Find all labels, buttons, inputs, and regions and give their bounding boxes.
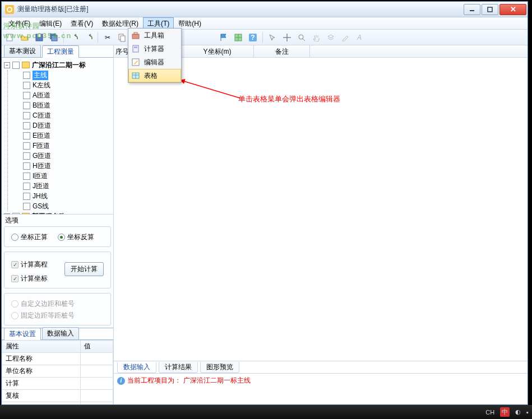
ime-indicator[interactable]: CH bbox=[485, 409, 494, 416]
titlebar: 测量助理路桥版[已注册] ✕ bbox=[2, 2, 528, 17]
tree-root-label[interactable]: 广深沿江二期一标 bbox=[32, 60, 86, 70]
svg-rect-4 bbox=[38, 34, 41, 37]
tree-item[interactable]: I匝道 bbox=[33, 171, 48, 181]
tree-checkbox[interactable] bbox=[23, 72, 30, 79]
tool-save-icon[interactable] bbox=[33, 31, 45, 44]
tree-checkbox[interactable] bbox=[23, 173, 30, 180]
tab-data-input[interactable]: 数据输入 bbox=[42, 327, 79, 339]
tool-saveall-icon[interactable] bbox=[48, 31, 60, 44]
window-title: 测量助理路桥版[已注册] bbox=[17, 4, 462, 14]
tool-help-icon[interactable]: ? bbox=[247, 31, 259, 44]
tool-redo-icon[interactable] bbox=[82, 31, 94, 44]
menu-item-editor[interactable]: 编辑器 bbox=[128, 55, 181, 69]
tab-basic-setting[interactable]: 基本设置 bbox=[4, 328, 41, 340]
tree-checkbox[interactable] bbox=[23, 122, 30, 129]
tree-item[interactable]: H匝道 bbox=[33, 161, 51, 171]
svg-rect-2 bbox=[7, 34, 12, 41]
radio-coord-backward[interactable]: 坐标反算 bbox=[58, 232, 94, 242]
tool-zoom-icon[interactable] bbox=[295, 31, 308, 44]
tree-item[interactable]: E匝道 bbox=[33, 131, 50, 141]
svg-rect-8 bbox=[121, 36, 125, 41]
tab-basic-survey[interactable]: 基本测设 bbox=[4, 45, 41, 57]
tree-item[interactable]: K左线 bbox=[33, 81, 50, 90]
tree-item[interactable]: 主线 bbox=[33, 71, 48, 80]
tree-checkbox[interactable] bbox=[23, 183, 30, 190]
tree-item[interactable]: B匝道 bbox=[33, 101, 50, 110]
tree-item[interactable]: G匝道 bbox=[33, 151, 51, 161]
tray-icon[interactable]: ▪ bbox=[526, 409, 529, 416]
tool-new-icon[interactable] bbox=[4, 31, 16, 44]
property-table[interactable]: 属性值 工程名称 单位名称 计算 复核 测量 备注 bbox=[2, 340, 113, 404]
btab-calc-result[interactable]: 计算结果 bbox=[159, 362, 198, 373]
prop-row-value[interactable] bbox=[81, 378, 113, 390]
expand-icon[interactable]: − bbox=[4, 62, 10, 68]
tool-layers-icon[interactable] bbox=[325, 31, 337, 44]
svg-rect-23 bbox=[133, 45, 138, 52]
prop-row-value[interactable] bbox=[81, 365, 113, 378]
offset-group: 自定义边距和桩号 固定边距等距桩号 bbox=[4, 293, 111, 325]
start-calc-button[interactable]: 开始计算 bbox=[64, 262, 104, 276]
prop-row-value[interactable] bbox=[81, 353, 113, 365]
tree-item[interactable]: C匝道 bbox=[33, 111, 51, 120]
tool-undo-icon[interactable] bbox=[67, 31, 80, 44]
toolbar-separator bbox=[63, 32, 64, 43]
tree-checkbox[interactable] bbox=[23, 112, 30, 119]
tool-pan-icon[interactable] bbox=[310, 31, 322, 44]
prop-row-value[interactable] bbox=[81, 402, 113, 405]
minimize-button[interactable] bbox=[464, 4, 480, 15]
tree-checkbox[interactable] bbox=[23, 132, 30, 139]
maximize-button[interactable] bbox=[482, 4, 498, 15]
btab-preview[interactable]: 图形预览 bbox=[200, 362, 239, 373]
tree-item[interactable]: A匝道 bbox=[33, 91, 50, 100]
tree-checkbox[interactable] bbox=[23, 102, 30, 109]
menu-tools[interactable]: 工具(T) bbox=[143, 17, 174, 29]
tree-checkbox[interactable] bbox=[23, 152, 30, 160]
tool-pointer-icon[interactable] bbox=[266, 31, 279, 44]
tree-item[interactable]: D匝道 bbox=[33, 121, 51, 131]
tree-checkbox[interactable] bbox=[23, 142, 30, 150]
menu-help[interactable]: 帮助(H) bbox=[174, 17, 206, 29]
lang-indicator[interactable]: 中 bbox=[500, 407, 510, 417]
tab-project-survey[interactable]: 工程测量 bbox=[42, 45, 79, 58]
tree-item[interactable]: J匝道 bbox=[33, 181, 49, 191]
btab-data-input[interactable]: 数据输入 bbox=[117, 362, 156, 373]
tool-draw-icon[interactable] bbox=[339, 31, 351, 44]
tree-checkbox[interactable] bbox=[12, 62, 20, 69]
menu-view[interactable]: 查看(V) bbox=[66, 17, 98, 29]
menu-file[interactable]: 文件(F) bbox=[4, 17, 35, 29]
tree-item[interactable]: JH线 bbox=[33, 192, 48, 201]
tool-open-icon[interactable] bbox=[18, 31, 31, 44]
radio-coord-forward[interactable]: 坐标正算 bbox=[11, 232, 48, 242]
tree-item[interactable]: GS线 bbox=[33, 202, 49, 211]
tree-checkbox[interactable] bbox=[23, 82, 30, 89]
tool-crosshair-icon[interactable] bbox=[281, 31, 293, 44]
prop-row-value[interactable] bbox=[81, 390, 113, 402]
project-tree[interactable]: − 广深沿江二期一标 主线 K左线 A匝道 B匝道 C匝道 D匝道 E匝道 F匝… bbox=[2, 58, 113, 215]
tree-item[interactable]: F匝道 bbox=[33, 141, 50, 151]
data-grid[interactable]: 序号 Y坐标(m) 备注 bbox=[114, 45, 528, 361]
menu-item-table[interactable]: 表格 bbox=[128, 69, 181, 82]
tree-checkbox[interactable] bbox=[23, 92, 30, 99]
window-buttons: ✕ bbox=[462, 4, 526, 15]
check-calc-elevation[interactable]: 计算高程 bbox=[11, 260, 48, 269]
check-calc-coord[interactable]: 计算坐标 bbox=[11, 274, 48, 283]
tool-grid-icon[interactable] bbox=[232, 31, 244, 44]
radio-fixed-offset[interactable]: 固定边距等距桩号 bbox=[11, 311, 75, 320]
menu-data[interactable]: 数据处理(R) bbox=[98, 17, 143, 29]
bottom-tabs: 数据输入 计算结果 图形预览 bbox=[114, 361, 528, 373]
close-button[interactable]: ✕ bbox=[499, 4, 526, 15]
tool-copy-icon[interactable] bbox=[116, 31, 128, 44]
menu-item-calculator[interactable]: 计算器 bbox=[128, 42, 181, 55]
grid-col-y: Y坐标(m) bbox=[181, 45, 254, 57]
tree-checkbox[interactable] bbox=[23, 193, 30, 200]
radio-custom-offset[interactable]: 自定义边距和桩号 bbox=[11, 299, 75, 309]
tray-icon[interactable]: ◐ bbox=[515, 408, 521, 416]
tree-checkbox[interactable] bbox=[23, 203, 30, 210]
tree-checkbox[interactable] bbox=[23, 162, 30, 170]
menu-edit[interactable]: 编辑(E) bbox=[35, 17, 66, 29]
status-area: i 当前工程项目为： 广深沿江二期一标主线 bbox=[114, 373, 528, 404]
tool-text-icon[interactable]: A bbox=[354, 31, 366, 44]
tool-flag-icon[interactable] bbox=[218, 31, 230, 44]
tool-cut-icon[interactable]: ✂ bbox=[101, 31, 114, 44]
menu-item-toolbox[interactable]: 工具箱 bbox=[128, 29, 181, 42]
